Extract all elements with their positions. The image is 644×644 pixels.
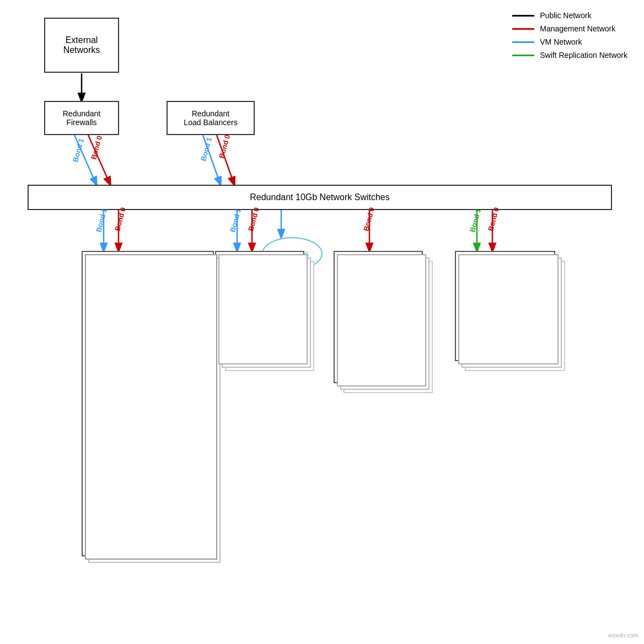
control-plane-stack: Control Plane Nova APIs Glance APIs Keys… [82,251,218,565]
storage-stack: Storage #X Cinder VolumeiSCSI Targets [334,251,433,394]
bond1-lb-label: Bond 1 [199,136,213,162]
redundant-firewalls-box: RedundantFirewalls [44,101,119,135]
bond1-swift-label: Bond 1 [468,207,482,233]
bond0-lb-label: Bond 0 [217,133,232,159]
legend-item-swift: Swift Replication Network [512,51,627,60]
watermark: wsxdn.com [608,632,638,638]
network-switches-bar: Redundant 10Gb Network Switches [28,185,612,210]
bond1-compute-label: Bond 1 [228,207,243,233]
bond1-cp-label: Bond 1 [94,207,109,233]
bond0-firewalls-label: Bond 0 [89,135,104,160]
legend-label-public: Public Network [540,11,591,20]
legend-item-vm: VM Network [512,37,627,46]
legend: Public Network Management Network VM Net… [512,11,627,60]
bond0-storage-label: Bond 0 [362,206,376,232]
network-switches-label: Redundant 10Gb Network Switches [250,192,389,202]
bond0-compute-label: Bond 0 [246,206,261,232]
legend-item-management: Management Network [512,24,627,33]
redundant-load-balancers-label: RedundantLoad Balancers [184,109,237,127]
external-networks-box: ExternalNetworks [44,18,119,73]
legend-line-swift [512,55,534,56]
external-networks-label: ExternalNetworks [63,35,100,55]
compute-stack: Compute #X [215,251,314,372]
bond0-swift-label: Bond 0 [486,206,501,232]
bond0-cp-label: Bond 0 [113,206,127,232]
legend-line-public [512,15,534,17]
swift-storage-stack: Swift Storage #X [455,251,565,372]
legend-item-public: Public Network [512,11,627,20]
legend-label-vm: VM Network [540,37,582,46]
legend-label-swift: Swift Replication Network [540,51,627,60]
redundant-load-balancers-box: RedundantLoad Balancers [167,101,255,135]
legend-line-management [512,28,534,30]
bond1-firewalls-label: Bond 1 [71,137,85,163]
legend-label-management: Management Network [540,24,615,33]
redundant-firewalls-label: RedundantFirewalls [63,109,101,127]
legend-line-vm [512,41,534,43]
diagram: Public Network Management Network VM Net… [0,0,644,644]
